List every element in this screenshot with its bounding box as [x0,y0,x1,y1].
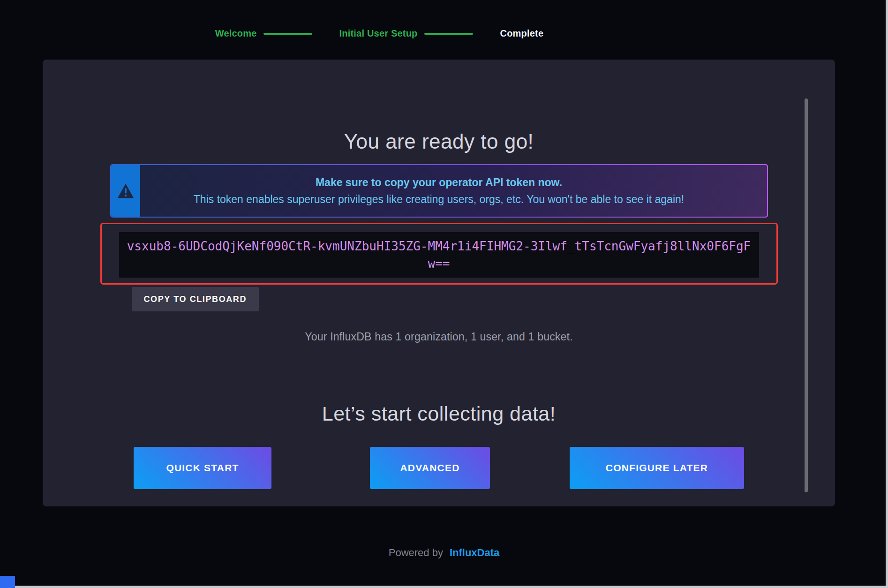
warning-triangle-icon [111,165,140,217]
alert-text: Make sure to copy your operator API toke… [140,165,767,217]
alert-title: Make sure to copy your operator API toke… [316,176,562,189]
stepper-row: Welcome Initial User Setup Complete [215,28,544,39]
token-region: vsxub8-6UDCodQjKeNf090CtR-kvmUNZbuHI35ZG… [100,223,778,311]
collect-data-title: Let’s start collecting data! [322,402,556,425]
corner-accent [0,576,15,588]
quick-start-button[interactable]: QUICK START [134,447,271,489]
step-welcome: Welcome [215,28,257,39]
step-connector-2 [424,33,473,35]
setup-summary: Your InfluxDB has 1 organization, 1 user… [305,331,572,343]
configure-later-button[interactable]: CONFIGURE LATER [570,447,744,489]
token-box: vsxub8-6UDCodQjKeNf090CtR-kvmUNZbuHI35ZG… [119,232,759,278]
window-edge-bottom [0,586,888,588]
copy-to-clipboard-button[interactable]: COPY TO CLIPBOARD [132,287,259,311]
setup-stepper: Welcome Initial User Setup Complete [0,28,888,39]
vertical-scrollbar[interactable] [805,98,808,492]
footer: Powered by InfluxData [0,547,888,559]
step-complete: Complete [500,28,544,39]
powered-by-label: Powered by [389,547,443,559]
ready-title: You are ready to go! [344,130,534,153]
setup-card: You are ready to go! Make sure to copy y… [43,60,835,506]
alert-message: This token enables superuser privileges … [194,193,684,206]
setup-screen: Welcome Initial User Setup Complete You … [0,0,888,588]
influxdata-brand-link[interactable]: InfluxData [450,547,499,559]
token-alert: Make sure to copy your operator API toke… [110,164,768,218]
step-initial-user-setup: Initial User Setup [339,28,418,39]
api-token[interactable]: vsxub8-6UDCodQjKeNf090CtR-kvmUNZbuHI35ZG… [126,238,752,272]
step-connector-1 [263,33,312,35]
window-edge-right [886,0,888,588]
token-annotated-area: vsxub8-6UDCodQjKeNf090CtR-kvmUNZbuHI35ZG… [100,223,778,285]
action-buttons: QUICK START ADVANCED CONFIGURE LATER [134,447,744,489]
advanced-button[interactable]: ADVANCED [370,447,490,489]
token-alert-body: Make sure to copy your operator API toke… [111,165,767,217]
